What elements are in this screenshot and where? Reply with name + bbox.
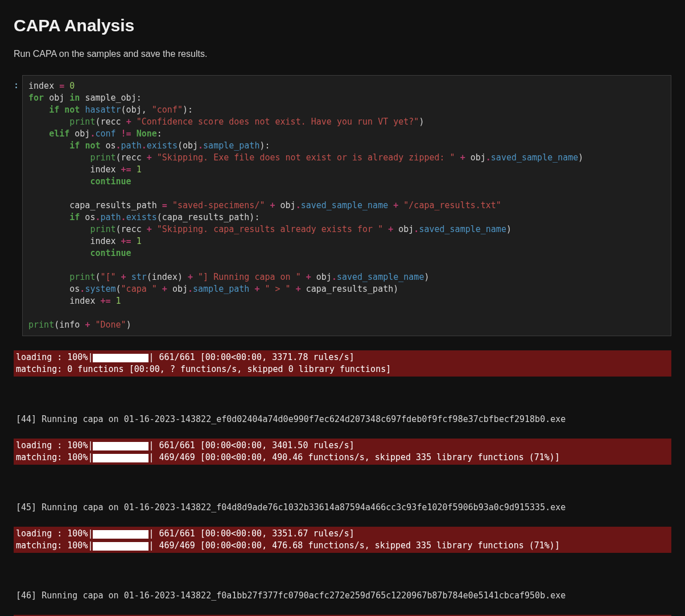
code-line: print(recc + "Skipping. capa_results alr… [28,224,511,234]
code-line: continue [28,176,131,187]
code-cell-container: : index = 0 for obj in sample_obj: if no… [14,75,671,336]
input-prompt: : [14,75,22,92]
code-line: print("[" + str(index) + "] Running capa… [28,272,429,282]
code-line: if os.path.exists(capa_results_path): [28,212,259,222]
code-input[interactable]: index = 0 for obj in sample_obj: if not … [22,75,671,336]
code-line: index += 1 [28,296,121,306]
progress-bar-icon [93,542,148,551]
code-line: index += 1 [28,236,142,246]
code-line: if not hasattr(obj, "conf"): [28,105,193,115]
stderr-block: loading : 100%|| 661/661 [00:00<00:00, 3… [14,439,671,465]
code-line: elif obj.conf != None: [28,129,162,139]
code-line: os.system("capa " + obj.sample_path + " … [28,284,398,294]
code-line: print(recc + "Confidence score does not … [28,117,424,127]
code-line: print(info + "Done") [28,320,131,330]
stderr-block: loading : 100%|| 661/661 [00:00<00:00, 3… [14,527,671,553]
progress-bar-icon [93,442,148,450]
stdout-line: [44] Running capa on 01-16-2023-143822_e… [14,412,671,427]
stdout-line: [46] Running capa on 01-16-2023-143822_f… [14,589,671,603]
code-line: index += 1 [28,164,142,175]
code-line: capa_results_path = "saved-specimens/" +… [28,200,501,210]
output-area: loading : 100%|| 661/661 [00:00<00:00, 3… [14,338,671,616]
stderr-block: loading : 100%|| 661/661 [00:00<00:00, 3… [14,350,671,377]
section-description: Run CAPA on the samples and save the res… [14,49,671,59]
code-line: for obj in sample_obj: [28,93,142,103]
code-line: if not os.path.exists(obj.sample_path): [28,140,270,151]
code-line: index = 0 [28,81,75,91]
progress-bar-icon [93,454,148,462]
code-line: print(recc + "Skipping. Exe file does no… [28,152,583,163]
progress-bar-icon [93,530,148,539]
stdout-line: [45] Running capa on 01-16-2023-143822_f… [14,501,671,515]
progress-bar-icon [93,354,148,362]
code-line: continue [28,248,131,258]
page-title: CAPA Analysis [14,16,671,35]
